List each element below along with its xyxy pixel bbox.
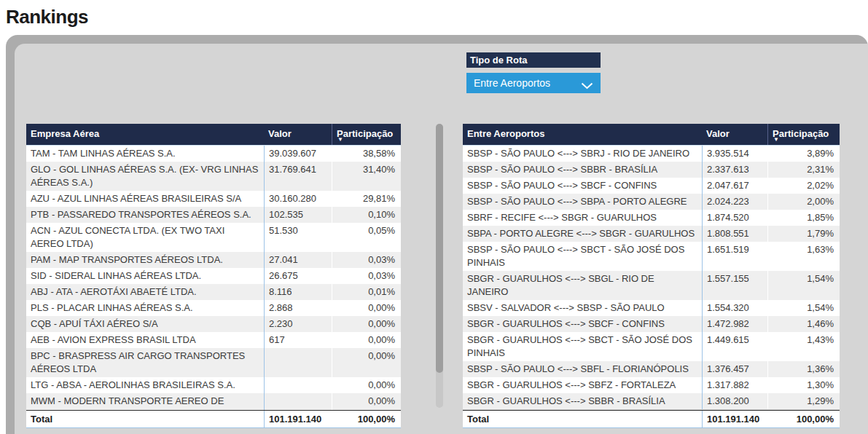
- row-participacao-cell: 1,54%: [767, 271, 840, 300]
- table-row[interactable]: SBSP - SÃO PAULO <---> SBCT - SÃO JOSÉ D…: [463, 242, 840, 271]
- scrollbar-thumb[interactable]: [436, 124, 443, 373]
- row-participacao-cell: 0,03%: [332, 268, 401, 284]
- row-name-cell: SID - SIDERAL LINHAS AÉREAS LTDA.: [26, 268, 264, 284]
- row-participacao-cell: 2,02%: [767, 178, 840, 194]
- table-body: SBSP - SÃO PAULO <---> SBRJ - RIO DE JAN…: [463, 146, 840, 410]
- row-name-cell: SBSP - SÃO PAULO <---> SBRJ - RIO DE JAN…: [463, 146, 702, 162]
- row-participacao-cell: 1,43%: [767, 332, 840, 361]
- table-row[interactable]: SBSV - SALVADOR <---> SBSP - SÃO PAULO1.…: [463, 300, 840, 316]
- table-row[interactable]: SBGR - GUARULHOS <---> SBGL - RIO DE JAN…: [463, 271, 840, 300]
- table-row[interactable]: GLO - GOL LINHAS AÉREAS S.A. (EX- VRG LI…: [26, 162, 401, 191]
- table-row[interactable]: SBGR - GUARULHOS <---> SBCF - CONFINS1.4…: [463, 316, 840, 332]
- table-row[interactable]: CQB - APUÍ TÁXI AÉREO S/A2.2300,00%: [26, 316, 401, 332]
- column-header-participacao[interactable]: Participação ▼: [332, 124, 401, 145]
- row-valor-cell: 8.116: [264, 284, 332, 300]
- table-row[interactable]: PAM - MAP TRANSPORTES AÉREOS LTDA.27.041…: [26, 252, 401, 268]
- table-row[interactable]: SBSP - SÃO PAULO <---> SBPA - PORTO ALEG…: [463, 194, 840, 210]
- row-valor-cell: 1.557.155: [702, 271, 767, 300]
- row-name-cell: SBSP - SÃO PAULO <---> SBCT - SÃO JOSÉ D…: [463, 242, 702, 271]
- table-row[interactable]: SBPA - PORTO ALEGRE <---> SBGR - GUARULH…: [463, 226, 840, 242]
- row-valor-cell: 1.554.320: [702, 300, 767, 316]
- column-header-label: Participação: [337, 128, 393, 139]
- row-name-cell: SBPA - PORTO ALEGRE <---> SBGR - GUARULH…: [463, 226, 702, 242]
- row-name-cell: TAM - TAM LINHAS AÉREAS S.A.: [26, 146, 264, 162]
- total-label: Total: [463, 411, 702, 427]
- table-row[interactable]: SID - SIDERAL LINHAS AÉREAS LTDA.26.6750…: [26, 268, 401, 284]
- row-participacao-cell: 1,85%: [767, 210, 840, 226]
- table-row[interactable]: ABJ - ATA - AEROTÁXI ABAETÉ LTDA.8.1160,…: [26, 284, 401, 300]
- row-participacao-cell: 1,36%: [767, 361, 840, 377]
- route-type-dropdown[interactable]: Entre Aeroportos: [466, 73, 601, 93]
- row-valor-cell: 1.376.457: [702, 361, 767, 377]
- row-valor-cell: 2.230: [264, 316, 332, 332]
- sort-descending-icon: ▼: [773, 137, 779, 143]
- row-participacao-cell: 0,00%: [332, 300, 401, 316]
- table-row[interactable]: MWM - MODERN TRANSPORTE AEREO DE CARGA S…: [26, 393, 401, 410]
- total-participacao: 100,00%: [767, 411, 840, 427]
- table-row[interactable]: PLS - PLACAR LINHAS AÉREAS S.A.2.8680,00…: [26, 300, 401, 316]
- table-row[interactable]: SBGR - GUARULHOS <---> SBFZ - FORTALEZA1…: [463, 377, 840, 393]
- row-name-cell: SBGR - GUARULHOS <---> SBFZ - FORTALEZA: [463, 377, 702, 393]
- row-valor-cell: 1.472.982: [702, 316, 767, 332]
- route-type-slicer-label: Tipo de Rota: [466, 52, 601, 68]
- table-row[interactable]: AZU - AZUL LINHAS AÉREAS BRASILEIRAS S/A…: [26, 191, 401, 207]
- row-name-cell: AEB - AVION EXPRESS BRASIL LTDA: [26, 332, 264, 348]
- row-valor-cell: 1.449.615: [702, 332, 767, 361]
- airports-table: Entre Aeroportos Valor Participação ▼ SB…: [463, 124, 840, 428]
- row-participacao-cell: 1,30%: [767, 377, 840, 393]
- row-name-cell: SBGR - GUARULHOS <---> SBCT - SÃO JOSÉ D…: [463, 332, 702, 361]
- row-name-cell: SBGR - GUARULHOS <---> SBGL - RIO DE JAN…: [463, 271, 702, 300]
- row-name-cell: SBSP - SÃO PAULO <---> SBCF - CONFINS: [463, 178, 702, 194]
- table-row[interactable]: PTB - PASSAREDO TRANSPORTES AÉREOS S.A.1…: [26, 207, 401, 223]
- row-valor-cell: 1.317.882: [702, 377, 767, 393]
- row-valor-cell: 30.160.280: [264, 191, 332, 207]
- row-valor-cell: 1.651.519: [702, 242, 767, 271]
- column-header-empresa-aerea[interactable]: Empresa Aérea: [26, 124, 264, 145]
- row-participacao-cell: 3,89%: [767, 146, 840, 162]
- chevron-down-icon: [581, 80, 593, 92]
- total-valor: 101.191.140: [702, 411, 767, 427]
- table-header: Entre Aeroportos Valor Participação ▼: [463, 124, 840, 146]
- table-row[interactable]: SBSP - SÃO PAULO <---> SBFL - FLORIANÓPO…: [463, 361, 840, 377]
- row-name-cell: SBSP - SÃO PAULO <---> SBBR - BRASÍLIA: [463, 162, 702, 178]
- row-participacao-cell: 0,00%: [332, 316, 401, 332]
- total-label: Total: [26, 411, 264, 427]
- row-valor-cell: 26.675: [264, 268, 332, 284]
- row-valor-cell: 31.769.641: [264, 162, 332, 191]
- table-row[interactable]: AEB - AVION EXPRESS BRASIL LTDA6170,00%: [26, 332, 401, 348]
- table-row[interactable]: SBSP - SÃO PAULO <---> SBRJ - RIO DE JAN…: [463, 146, 840, 162]
- table-row[interactable]: SBGR - GUARULHOS <---> SBBR - BRASÍLIA1.…: [463, 393, 840, 409]
- row-participacao-cell: 2,31%: [767, 162, 840, 178]
- table-row[interactable]: BPC - BRASPRESS AIR CARGO TRANSPORTES AÉ…: [26, 348, 401, 377]
- row-valor-cell: 2.024.223: [702, 194, 767, 210]
- row-name-cell: SBGR - GUARULHOS <---> SBBR - BRASÍLIA: [463, 393, 702, 409]
- airlines-table: Empresa Aérea Valor Participação ▼ TAM -…: [26, 124, 401, 428]
- table-row[interactable]: ACN - AZUL CONECTA LTDA. (EX TWO TAXI AE…: [26, 223, 401, 252]
- column-header-participacao[interactable]: Participação ▼: [767, 124, 840, 145]
- table-row[interactable]: TAM - TAM LINHAS AÉREAS S.A.39.039.60738…: [26, 146, 401, 162]
- row-name-cell: SBSP - SÃO PAULO <---> SBFL - FLORIANÓPO…: [463, 361, 702, 377]
- row-participacao-cell: 0,10%: [332, 207, 401, 223]
- row-valor-cell: 2.868: [264, 300, 332, 316]
- table-row[interactable]: LTG - ABSA - AEROLINHAS BRASILEIRAS S.A.…: [26, 377, 401, 393]
- left-table-scrollbar[interactable]: [436, 124, 443, 408]
- dropdown-selected-value: Entre Aeroportos: [474, 73, 550, 93]
- row-participacao-cell: 0,00%: [332, 348, 401, 377]
- row-name-cell: CQB - APUÍ TÁXI AÉREO S/A: [26, 316, 264, 332]
- table-row[interactable]: SBSP - SÃO PAULO <---> SBCF - CONFINS2.0…: [463, 178, 840, 194]
- column-header-entre-aeroportos[interactable]: Entre Aeroportos: [463, 124, 702, 145]
- column-header-valor[interactable]: Valor: [702, 124, 767, 145]
- row-valor-cell: 1.308.200: [702, 393, 767, 409]
- column-header-valor[interactable]: Valor: [264, 124, 332, 145]
- row-participacao-cell: 0,00%: [332, 377, 401, 393]
- row-valor-cell: [264, 377, 332, 393]
- table-row[interactable]: SBRF - RECIFE <---> SBGR - GUARULHOS1.87…: [463, 210, 840, 226]
- table-row[interactable]: SBGR - GUARULHOS <---> SBCT - SÃO JOSÉ D…: [463, 332, 840, 361]
- row-name-cell: PLS - PLACAR LINHAS AÉREAS S.A.: [26, 300, 264, 316]
- total-row: Total 101.191.140 100,00%: [463, 410, 840, 428]
- row-valor-cell: 2.047.617: [702, 178, 767, 194]
- row-participacao-cell: 29,81%: [332, 191, 401, 207]
- row-valor-cell: 617: [264, 332, 332, 348]
- table-row[interactable]: SBSP - SÃO PAULO <---> SBBR - BRASÍLIA2.…: [463, 162, 840, 178]
- row-participacao-cell: 2,00%: [767, 194, 840, 210]
